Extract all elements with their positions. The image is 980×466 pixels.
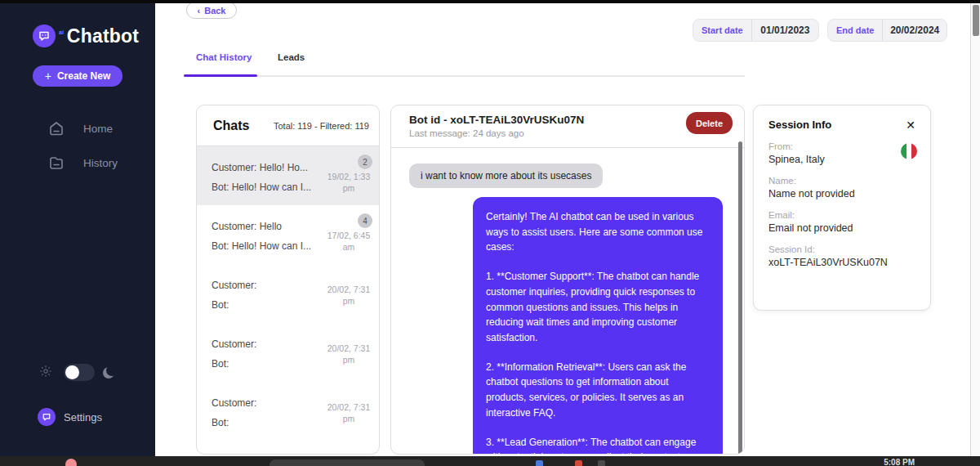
brand-name: Chatbot <box>67 25 139 47</box>
chat-customer-preview: Customer: Hello! Ho... <box>212 158 326 177</box>
settings-label: Settings <box>64 411 102 423</box>
chats-header: Chats Total: 119 - Filtered: 119 <box>197 105 379 146</box>
page-scrollbar[interactable] <box>970 3 980 456</box>
brand-prefix: ai <box>59 29 64 35</box>
settings-chat-icon <box>38 408 56 426</box>
chat-list-item[interactable]: Customer: Bot: 20/02, 7:31pm <box>197 382 379 441</box>
email-label: Email: <box>768 210 915 220</box>
active-tab-indicator <box>184 74 257 77</box>
chat-timestamp: 20/02, 7:31pm <box>325 343 372 365</box>
session-from-field: From: Spinea, Italy <box>754 141 930 165</box>
chat-list-item[interactable]: Customer: Hello! Ho... Bot: Hello! How c… <box>197 146 379 205</box>
chat-customer-preview: Customer: <box>212 334 326 354</box>
tab-bar: Chat History Leads <box>184 49 745 77</box>
unread-count-badge: 4 <box>358 213 372 228</box>
theme-switcher <box>39 364 118 381</box>
conversation-panel: Bot id - xoLT-TEAiL30VrUSKu07N Last mess… <box>390 105 745 455</box>
from-value: Spinea, Italy <box>768 154 915 165</box>
bot-message-paragraph: 2. **Information Retrieval**: Users can … <box>486 360 710 421</box>
moon-icon <box>106 365 118 376</box>
chat-list-item[interactable]: Customer: Bot: 20/02, 7:31pm <box>197 264 379 323</box>
chat-list-item[interactable]: Customer: Hello Bot: Hello! How can I...… <box>197 205 379 264</box>
chat-timestamp: 20/02, 7:31pm <box>325 401 372 424</box>
conversation-body: i want to know more about its usecases C… <box>391 148 744 455</box>
taskbar-clock: 5:08 PM <box>884 458 915 466</box>
user-message-bubble: i want to know more about its usecases <box>409 164 603 188</box>
window-top-edge <box>0 0 980 3</box>
taskbar-app-icon[interactable] <box>575 460 582 466</box>
sidebar-item-label: Home <box>83 123 113 135</box>
os-taskbar: 5:08 PM <box>0 456 980 466</box>
bot-message-paragraph: 1. **Customer Support**: The chatbot can… <box>486 269 710 346</box>
taskbar-search-box[interactable] <box>270 459 425 466</box>
scrollbar-thumb[interactable] <box>973 5 979 36</box>
tab-chat-history[interactable]: Chat History <box>196 52 252 62</box>
chat-bot-preview: Bot: Hello! How can I... <box>212 236 326 256</box>
chats-panel: Chats Total: 119 - Filtered: 119 Custome… <box>196 105 380 455</box>
delete-button[interactable]: Delete <box>686 112 733 134</box>
sun-icon <box>39 365 52 381</box>
start-date-value[interactable]: 01/01/2023 <box>752 25 818 36</box>
chat-timestamp: 17/02, 6:45am <box>325 230 372 253</box>
tab-leads[interactable]: Leads <box>278 52 305 62</box>
session-id-value: xoLT-TEAiL30VrUSKu07N <box>768 257 915 268</box>
bot-message-paragraph: 3. **Lead Generation**: The chatbot can … <box>486 435 710 455</box>
sidebar-item-home[interactable]: Home <box>47 119 113 137</box>
bot-message-bubble: Certainly! The AI chatbot can be used in… <box>473 197 723 455</box>
taskbar-app-icon[interactable] <box>536 460 543 466</box>
sidebar: ai Chatbot + Create New Home History <box>0 0 155 456</box>
plus-icon: + <box>45 69 51 83</box>
chat-bubble-logo-icon <box>33 25 56 47</box>
start-date-label: Start date <box>693 25 751 35</box>
home-icon <box>47 119 65 137</box>
name-value: Name not provided <box>768 188 915 199</box>
start-date-filter[interactable]: Start date 01/01/2023 <box>693 19 819 42</box>
end-date-filter[interactable]: End date 20/02/2024 <box>827 19 947 42</box>
chevron-left-icon: ‹ <box>198 6 201 16</box>
create-new-button[interactable]: + Create New <box>33 65 122 87</box>
chat-bot-preview: Bot: <box>212 413 326 432</box>
sidebar-item-history[interactable]: History <box>47 154 118 172</box>
chat-customer-preview: Customer: <box>212 276 326 295</box>
back-label: Back <box>204 6 225 16</box>
chat-timestamp: 19/02, 1:33pm <box>325 171 372 194</box>
session-info-panel: Session Info ✕ From: Spinea, Italy Name:… <box>753 105 931 311</box>
session-info-title: Session Info <box>768 119 831 131</box>
end-date-value[interactable]: 20/02/2024 <box>883 25 947 36</box>
chat-bot-preview: Bot: Hello! How can I... <box>212 177 326 197</box>
chats-title: Chats <box>213 119 249 133</box>
history-folder-icon <box>47 154 65 172</box>
end-date-label: End date <box>828 25 882 35</box>
session-id-field: Session Id: xoLT-TEAiL30VrUSKu07N <box>754 244 930 268</box>
chat-list-item[interactable]: Customer: Bot: 20/02, 7:31pm <box>197 323 379 382</box>
session-id-label: Session Id: <box>768 244 915 254</box>
session-email-field: Email: Email not provided <box>754 210 930 234</box>
taskbar-notification-icon[interactable] <box>65 459 77 466</box>
create-new-label: Create New <box>57 70 110 82</box>
sidebar-item-settings[interactable]: Settings <box>38 408 102 426</box>
chat-bot-preview: Bot: <box>212 354 326 374</box>
chatbot-admin-app: ai Chatbot + Create New Home History <box>0 0 980 466</box>
conversation-header: Bot id - xoLT-TEAiL30VrUSKu07N Last mess… <box>391 105 744 148</box>
chat-bot-preview: Bot: <box>212 295 326 315</box>
unread-count-badge: 2 <box>358 155 372 169</box>
sidebar-item-label: History <box>83 157 118 169</box>
toggle-knob <box>65 365 79 379</box>
chat-customer-preview: Customer: <box>212 393 326 413</box>
name-label: Name: <box>768 176 915 186</box>
chat-customer-preview: Customer: Hello <box>212 217 326 236</box>
from-label: From: <box>768 141 915 151</box>
italy-flag-icon <box>901 143 917 159</box>
back-button[interactable]: ‹ Back <box>186 2 237 19</box>
dark-mode-toggle[interactable] <box>64 364 95 381</box>
taskbar-app-icon[interactable] <box>598 460 605 466</box>
brand-logo: ai Chatbot <box>33 25 139 47</box>
conversation-scrollbar[interactable] <box>738 141 742 455</box>
close-icon[interactable]: ✕ <box>906 119 915 131</box>
chats-summary: Total: 119 - Filtered: 119 <box>274 121 369 131</box>
email-value: Email not provided <box>768 222 915 234</box>
bot-message-paragraph: Certainly! The AI chatbot can be used in… <box>486 209 710 255</box>
session-name-field: Name: Name not provided <box>754 176 930 199</box>
chat-timestamp: 20/02, 7:31pm <box>325 284 372 307</box>
